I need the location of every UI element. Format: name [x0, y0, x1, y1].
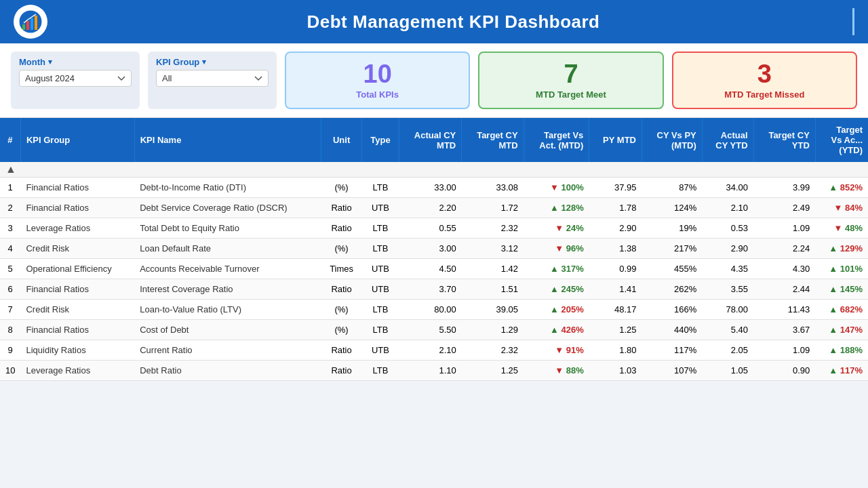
cell-tvs-mtd: ▲ 426% — [524, 320, 589, 340]
cell-target-ytd: 2.24 — [753, 239, 815, 259]
cell-target-mtd: 1.72 — [462, 198, 524, 218]
cell-tvs-ytd: ▼ 48% — [815, 218, 868, 239]
col-header-group: KPI Group — [20, 118, 134, 162]
cell-actual-ytd: 34.00 — [702, 178, 753, 198]
col-header-type: Type — [362, 118, 399, 162]
cell-actual-mtd: 4.50 — [399, 259, 461, 279]
col-header-tvs-mtd: Target VsAct. (MTD) — [524, 118, 589, 162]
cell-group: Financial Ratios — [20, 198, 134, 218]
kpi-group-filter-group: KPI Group ▾ All Financial Ratios Credit … — [148, 52, 277, 109]
cell-cy-vs-py: 107% — [642, 361, 703, 381]
cell-group: Financial Ratios — [20, 279, 134, 300]
cell-actual-ytd: 5.40 — [702, 320, 753, 340]
cell-name: Accounts Receivable Turnover — [134, 259, 321, 279]
cell-actual-ytd: 2.05 — [702, 340, 753, 361]
month-select[interactable]: August 2024 July 2024 June 2024 — [19, 70, 132, 87]
cell-group: Leverage Ratios — [20, 218, 134, 239]
down-arrow-icon: ▼ — [555, 345, 564, 355]
up-arrow-icon: ▲ — [550, 203, 559, 213]
up-arrow-icon: ▲ — [829, 182, 837, 192]
cell-target-ytd: 4.30 — [753, 259, 815, 279]
col-header-target-mtd: Target CYMTD — [462, 118, 524, 162]
cell-num: 3 — [0, 218, 20, 239]
table-row: 4 Credit Risk Loan Default Rate (%) LTB … — [0, 239, 868, 259]
cell-target-mtd: 39.05 — [462, 300, 524, 320]
cell-actual-ytd: 78.00 — [702, 300, 753, 320]
cell-group: Financial Ratios — [20, 178, 134, 198]
cell-tvs-ytd: ▲ 101% — [815, 259, 868, 279]
cell-py-mtd: 2.90 — [589, 218, 642, 239]
kpi-table-container: # KPI Group KPI Name Unit Type Actual CY… — [0, 118, 868, 381]
cell-type: LTB — [362, 300, 399, 320]
cell-num: 10 — [0, 361, 20, 381]
cell-actual-mtd: 0.55 — [399, 218, 461, 239]
up-arrow-icon: ▲ — [829, 264, 837, 274]
cell-cy-vs-py: 217% — [642, 239, 703, 259]
down-arrow-icon: ▼ — [555, 365, 564, 375]
target-meet-card: 7 MTD Target Meet — [478, 52, 663, 109]
up-arrow-icon: ▲ — [829, 325, 837, 335]
cell-cy-vs-py: 262% — [642, 279, 703, 300]
table-row: 1 Financial Ratios Debt-to-Income Ratio … — [0, 178, 868, 198]
cell-group: Financial Ratios — [20, 320, 134, 340]
cell-target-mtd: 1.42 — [462, 259, 524, 279]
cell-unit: (%) — [321, 300, 362, 320]
cell-num: 8 — [0, 320, 20, 340]
svg-rect-4 — [35, 16, 37, 30]
kpi-table: # KPI Group KPI Name Unit Type Actual CY… — [0, 118, 868, 381]
svg-rect-3 — [31, 18, 33, 30]
cell-cy-vs-py: 440% — [642, 320, 703, 340]
cell-group: Liquidity Ratios — [20, 340, 134, 361]
cell-group: Operational Efficiency — [20, 259, 134, 279]
up-arrow-icon: ▲ — [550, 325, 559, 335]
cell-tvs-ytd: ▲ 188% — [815, 340, 868, 361]
col-header-actual-ytd: ActualCY YTD — [702, 118, 753, 162]
cell-unit: Ratio — [321, 340, 362, 361]
cell-cy-vs-py: 19% — [642, 218, 703, 239]
cell-actual-mtd: 2.10 — [399, 340, 461, 361]
cell-group: Credit Risk — [20, 239, 134, 259]
cell-type: UTB — [362, 198, 399, 218]
cell-num: 2 — [0, 198, 20, 218]
table-row: 8 Financial Ratios Cost of Debt (%) LTB … — [0, 320, 868, 340]
table-row: 6 Financial Ratios Interest Coverage Rat… — [0, 279, 868, 300]
col-header-actual-mtd: Actual CYMTD — [399, 118, 461, 162]
kpi-group-select[interactable]: All Financial Ratios Credit Risk Leverag… — [156, 70, 269, 87]
cell-tvs-mtd: ▼ 100% — [524, 178, 589, 198]
cell-target-ytd: 1.09 — [753, 218, 815, 239]
cell-py-mtd: 37.95 — [589, 178, 642, 198]
cell-tvs-mtd: ▼ 24% — [524, 218, 589, 239]
cell-cy-vs-py: 455% — [642, 259, 703, 279]
cell-py-mtd: 0.99 — [589, 259, 642, 279]
cell-name: Loan-to-Value Ratio (LTV) — [134, 300, 321, 320]
cell-target-ytd: 3.67 — [753, 320, 815, 340]
col-header-name: KPI Name — [134, 118, 321, 162]
total-kpis-card: 10 Total KPIs — [285, 52, 470, 109]
kpi-group-chevron-icon: ▾ — [202, 58, 206, 66]
cell-tvs-mtd: ▼ 88% — [524, 361, 589, 381]
cell-actual-ytd: 1.05 — [702, 361, 753, 381]
controls-row: Month ▾ August 2024 July 2024 June 2024 … — [0, 43, 868, 118]
cell-unit: Ratio — [321, 279, 362, 300]
down-arrow-icon: ▼ — [550, 182, 559, 192]
col-header-tvs-ytd: TargetVs Ac...(YTD) — [815, 118, 868, 162]
cell-name: Cost of Debt — [134, 320, 321, 340]
down-arrow-icon: ▼ — [555, 243, 564, 253]
up-arrow-icon: ▲ — [550, 264, 559, 274]
table-header-row: # KPI Group KPI Name Unit Type Actual CY… — [0, 118, 868, 162]
cell-cy-vs-py: 166% — [642, 300, 703, 320]
cell-type: UTB — [362, 279, 399, 300]
month-chevron-icon: ▾ — [48, 58, 52, 66]
target-missed-card: 3 MTD Target Missed — [672, 52, 857, 109]
cell-num: 6 — [0, 279, 20, 300]
col-header-cy-vs-py: CY Vs PY(MTD) — [642, 118, 703, 162]
cell-unit: Times — [321, 259, 362, 279]
cell-target-ytd: 1.09 — [753, 340, 815, 361]
cell-unit: (%) — [321, 320, 362, 340]
down-arrow-icon: ▼ — [833, 223, 842, 233]
cell-actual-mtd: 3.70 — [399, 279, 461, 300]
cell-actual-mtd: 33.00 — [399, 178, 461, 198]
table-row: 9 Liquidity Ratios Current Ratio Ratio U… — [0, 340, 868, 361]
cell-tvs-ytd: ▲ 145% — [815, 279, 868, 300]
cell-actual-mtd: 2.20 — [399, 198, 461, 218]
